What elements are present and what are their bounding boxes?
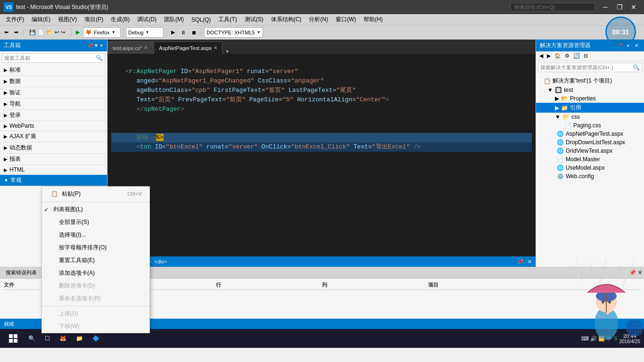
toolbox-category-dynamic[interactable]: ▶ 动态数据 <box>0 142 107 154</box>
menu-team[interactable]: 团队(M) <box>160 14 188 25</box>
se-paging-css[interactable]: 📄 Paging.css <box>536 121 644 130</box>
tab-aspnetpager-test[interactable]: AspNetPagerTest.aspx ✕ <box>154 41 223 54</box>
se-search-box[interactable]: 🔍 <box>538 63 642 72</box>
menu-tools[interactable]: 工具(T) <box>215 14 240 25</box>
cm-delete-tab[interactable]: 删除选项卡(D) <box>42 280 149 292</box>
menu-build[interactable]: 生成(B) <box>107 14 133 25</box>
se-home-button[interactable]: 🏠 <box>553 52 562 59</box>
redo-icon[interactable]: ↪ <box>61 29 65 35</box>
se-settings-button[interactable]: ⚙ <box>563 52 571 59</box>
bottom-close-button[interactable]: ✕ <box>638 270 642 276</box>
undo-icon[interactable]: ↩ <box>55 29 59 35</box>
se-gridview-test[interactable]: 🌐 GridViewTest.aspx <box>536 147 644 155</box>
run-button[interactable]: ▶ <box>74 27 82 38</box>
toolbox-category-nav[interactable]: ▶ 导航 <box>0 99 107 110</box>
breadcrumb-pin[interactable]: 📌 <box>517 259 524 265</box>
menu-file[interactable]: 文件(F) <box>2 14 28 25</box>
bottom-pin-button[interactable]: 📌 <box>629 270 636 276</box>
quick-launch-input[interactable] <box>510 3 595 11</box>
menu-test[interactable]: 测试(S) <box>241 14 267 25</box>
tray-lang[interactable]: 中 <box>607 335 612 342</box>
toolbox-search-box[interactable]: 🔍 <box>2 53 105 63</box>
toolbox-category-report[interactable]: ▶ 报表 <box>0 154 107 165</box>
start-button[interactable] <box>4 330 23 347</box>
se-refresh-button[interactable]: 🔄 <box>572 52 581 59</box>
se-forward-button[interactable]: ▶ <box>545 52 552 59</box>
taskbar-firefox[interactable]: 🦊 <box>56 333 70 344</box>
taskbar-vs[interactable]: 🔷 <box>89 333 103 344</box>
toolbox-category-login[interactable]: ▶ 登录 <box>0 110 107 121</box>
breadcrumb-div[interactable]: <div> <box>155 259 167 264</box>
toolbox-category-validation[interactable]: ▶ 验证 <box>0 87 107 99</box>
se-model-master[interactable]: 📄 Model.Master <box>536 155 644 164</box>
se-solution-root[interactable]: 📋 解决方案'test'(1 个项目) <box>536 76 644 86</box>
cm-paste[interactable]: 📋 粘贴(P) Ctrl+V <box>42 187 149 201</box>
browser-dropdown[interactable]: 🦊 Firefox ▼ <box>83 27 121 38</box>
se-usemodel[interactable]: 🌐 UseModel.aspx <box>536 164 644 172</box>
menu-help[interactable]: 帮助(H) <box>360 14 387 25</box>
se-back-button[interactable]: ◀ <box>538 52 545 59</box>
toolbox-close-button[interactable]: ✕ <box>99 43 103 48</box>
toolbar-pause-button[interactable]: ⏸ <box>178 27 188 38</box>
cm-rename-tab[interactable]: 重命名选项卡(R) <box>42 292 149 305</box>
toolbox-pin-button[interactable]: 📌 <box>87 43 93 48</box>
open-icon[interactable]: 📂 <box>46 29 53 35</box>
se-aspnetpager-test[interactable]: 🌐 AspNetPagerTest.aspx <box>536 130 644 138</box>
tab-scroll-arrow[interactable]: ▼ <box>225 49 229 54</box>
toolbox-category-webparts[interactable]: ▶ WebParts <box>0 121 107 131</box>
restore-button[interactable]: ❐ <box>613 0 626 14</box>
se-references[interactable]: ▶ 📁 引用 <box>536 103 644 113</box>
taskbar-explorer[interactable]: 📁 <box>72 333 87 344</box>
toolbox-dropdown-button[interactable]: ▼ <box>94 43 99 48</box>
save-icon[interactable]: 💾 <box>29 29 36 35</box>
menu-project[interactable]: 项目(P) <box>81 14 107 25</box>
se-project-test[interactable]: ▼ 🔲 test <box>536 86 644 94</box>
toolbox-category-standard[interactable]: ▶ 标准 <box>0 65 107 76</box>
cm-move-up[interactable]: 上移(U) <box>42 307 149 320</box>
close-button[interactable]: ✕ <box>627 0 640 14</box>
mode-dropdown[interactable]: Debug ▼ <box>126 27 164 38</box>
se-web-config[interactable]: ⚙️ Web.config <box>536 172 644 181</box>
cm-add-tab[interactable]: 添加选项卡(A) <box>42 267 149 280</box>
menu-analyze[interactable]: 分析(N) <box>305 14 332 25</box>
toolbox-search-input[interactable] <box>4 55 96 61</box>
taskbar-multitask[interactable]: ☐ <box>41 333 54 344</box>
code-editor[interactable]: <r:AspNetPager ID="AspNetPager1" runat="… <box>107 54 536 256</box>
taskbar-search[interactable]: 🔍 <box>25 333 39 344</box>
toolbox-category-general[interactable]: ▼ 常规 <box>0 175 107 186</box>
se-properties[interactable]: ▶ 📂 Properties <box>536 94 644 103</box>
cm-choose-items[interactable]: 选择项(I)... <box>42 229 149 241</box>
tab-close-button[interactable]: ✕ <box>214 45 217 50</box>
menu-arch[interactable]: 体系结构(C) <box>267 14 305 25</box>
menu-debug[interactable]: 调试(D) <box>133 14 160 25</box>
toolbar-forward-button[interactable]: ➡ <box>12 27 21 38</box>
toolbar-play-button[interactable]: ▶ <box>169 27 177 38</box>
new-icon[interactable]: 📄 <box>38 29 44 35</box>
menu-window[interactable]: 窗口(W) <box>332 14 360 25</box>
se-collapse-button[interactable]: ⊟ <box>582 52 589 59</box>
menu-view[interactable]: 视图(V) <box>54 14 81 25</box>
cm-list-view[interactable]: ✓ 列表视图(L) <box>42 203 149 216</box>
tab-close-button[interactable]: ✕ <box>144 45 148 50</box>
menu-sql[interactable]: SQL(Q) <box>188 14 215 25</box>
doctype-dropdown[interactable]: DOCTYPE: XHTML5 ▼ <box>204 27 263 38</box>
toolbox-category-html[interactable]: ▶ HTML <box>0 165 107 175</box>
cm-sort-alpha[interactable]: 按字母顺序排序(O) <box>42 241 149 254</box>
se-search-input[interactable] <box>540 65 633 70</box>
minimize-button[interactable]: ─ <box>599 0 612 14</box>
cm-move-down[interactable]: 下移(W) <box>42 320 149 333</box>
tray-ime[interactable]: S <box>614 336 617 341</box>
menu-edit[interactable]: 编辑(E) <box>28 14 54 25</box>
cm-reset-toolbox[interactable]: 重置工具箱(E) <box>42 254 149 267</box>
toolbox-category-ajax[interactable]: ▶ AJAX 扩展 <box>0 131 107 142</box>
cm-show-all[interactable]: 全部显示(S) <box>42 216 149 229</box>
taskbar-clock[interactable]: 20:44 2016/4/25 <box>619 333 641 344</box>
toolbar-stop-button[interactable]: ⏹ <box>189 27 199 38</box>
bottom-tab-errors[interactable]: 搜索错误列表 <box>2 268 41 277</box>
toolbox-category-data[interactable]: ▶ 数据 <box>0 76 107 87</box>
toolbar-nav-buttons[interactable]: ⬅ <box>2 27 11 38</box>
se-css[interactable]: ▼ 📁 css <box>536 113 644 121</box>
tab-test-aspx-cs[interactable]: test.aspx.cs* ✕ <box>107 41 153 54</box>
se-dropdown-test[interactable]: 🌐 DropDownListTest.aspx <box>536 138 644 147</box>
breadcrumb-close[interactable]: ✕ <box>528 259 532 265</box>
